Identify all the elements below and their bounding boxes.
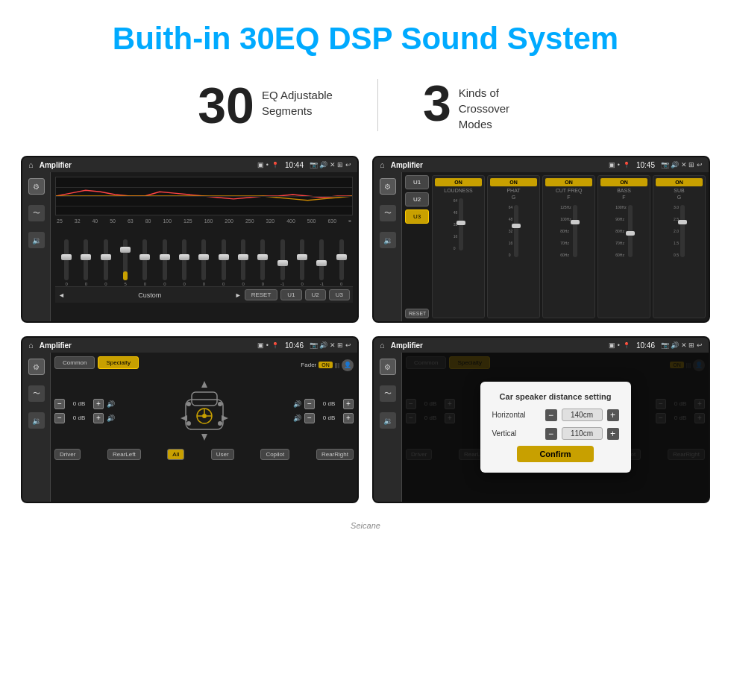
phat-label: PHAT: [506, 188, 520, 193]
volume-icon4[interactable]: 🔉: [380, 412, 396, 429]
u3-button[interactable]: U3: [329, 289, 350, 300]
wave-icon4[interactable]: 〜: [380, 385, 396, 402]
btn-driver[interactable]: Driver: [54, 449, 81, 460]
tab-specialty[interactable]: Specialty: [98, 356, 138, 369]
fader-on-btn[interactable]: ON: [319, 362, 333, 368]
loudness-on[interactable]: ON: [435, 178, 482, 186]
eq-icon3[interactable]: ⚙: [28, 359, 45, 375]
home-icon2[interactable]: ⌂: [380, 160, 385, 169]
phat-thumb[interactable]: [512, 224, 521, 228]
channel-cutfreq: ON CUT FREQ F 125Hz 100Hz 80Hz 70Hz 60Hz: [542, 175, 595, 318]
user-icon[interactable]: 👤: [342, 359, 354, 371]
horizontal-minus[interactable]: −: [545, 409, 557, 421]
slider-track-15[interactable]: [339, 239, 344, 280]
slider-thumb-14[interactable]: [316, 260, 327, 266]
slider-track-6[interactable]: [163, 239, 167, 280]
slider-track-3[interactable]: [104, 239, 108, 280]
cutfreq-slider[interactable]: [573, 205, 577, 257]
prev-icon[interactable]: ◄: [58, 291, 65, 299]
slider-track-13[interactable]: [300, 239, 304, 280]
loudness-slider[interactable]: [459, 198, 463, 250]
cutfreq-on[interactable]: ON: [545, 178, 592, 186]
slider-thumb-1[interactable]: [61, 254, 72, 260]
slider-thumb-10[interactable]: [238, 254, 248, 260]
slider-track-8[interactable]: [201, 239, 206, 280]
wave-icon2[interactable]: 〜: [380, 205, 396, 221]
slider-track-10[interactable]: [241, 239, 245, 280]
bass-thumb[interactable]: [626, 231, 635, 236]
wave-icon3[interactable]: 〜: [28, 385, 45, 402]
next-icon[interactable]: ►: [235, 291, 242, 299]
horizontal-plus[interactable]: +: [607, 409, 619, 421]
phat-slider[interactable]: [514, 205, 518, 257]
slider-track-4[interactable]: [123, 239, 128, 280]
slider-track-7[interactable]: [182, 239, 186, 280]
slider-thumb-6[interactable]: [160, 254, 170, 260]
volume-icon3[interactable]: 🔉: [28, 412, 45, 429]
db-minus-4[interactable]: −: [304, 413, 315, 423]
volume-icon[interactable]: 🔉: [28, 232, 45, 248]
slider-thumb-4[interactable]: [120, 247, 131, 253]
preset-u3[interactable]: U3: [405, 209, 429, 224]
slider-track-9[interactable]: [222, 239, 226, 280]
btn-rearleft[interactable]: RearLeft: [107, 449, 141, 460]
slider-thumb-9[interactable]: [219, 254, 229, 260]
dialog-overlay: Car speaker distance setting Horizontal …: [402, 353, 709, 502]
db-plus-4[interactable]: +: [343, 413, 354, 423]
bass-slider[interactable]: [628, 205, 633, 257]
slider-thumb-12[interactable]: [277, 260, 288, 266]
loudness-thumb[interactable]: [457, 221, 465, 225]
db-value-4: 0 dB: [318, 414, 340, 421]
sub-slider[interactable]: [680, 205, 685, 257]
btn-rearright[interactable]: RearRight: [316, 449, 354, 460]
slider-thumb-3[interactable]: [101, 254, 111, 260]
db-plus-3[interactable]: +: [343, 399, 354, 409]
confirm-button[interactable]: Confirm: [517, 446, 593, 462]
phat-on[interactable]: ON: [490, 178, 537, 186]
slider-track-5[interactable]: [142, 239, 147, 280]
slider-thumb-11[interactable]: [257, 254, 268, 260]
vertical-plus[interactable]: +: [607, 428, 619, 440]
slider-thumb-13[interactable]: [297, 254, 307, 260]
reset-btn[interactable]: RESET: [405, 309, 429, 318]
slider-thumb-2[interactable]: [81, 254, 91, 260]
eq-icon4[interactable]: ⚙: [380, 359, 396, 375]
slider-15: 0: [332, 239, 351, 286]
preset-u1[interactable]: U1: [405, 175, 429, 189]
reset-button[interactable]: RESET: [245, 289, 278, 300]
u2-button[interactable]: U2: [305, 289, 326, 300]
slider-track-11[interactable]: [260, 239, 265, 280]
slider-thumb-5[interactable]: [139, 254, 150, 260]
tab-common[interactable]: Common: [54, 356, 95, 369]
u1-button[interactable]: U1: [280, 289, 301, 300]
db-minus-3[interactable]: −: [304, 399, 315, 409]
slider-track-14[interactable]: [319, 239, 324, 280]
slider-track-2[interactable]: [84, 239, 88, 280]
bass-on[interactable]: ON: [600, 178, 647, 186]
db-minus-1[interactable]: −: [54, 399, 65, 409]
db-minus-2[interactable]: −: [54, 413, 65, 423]
btn-copilot[interactable]: Copilot: [260, 449, 289, 460]
db-plus-1[interactable]: +: [93, 399, 104, 409]
home-icon4[interactable]: ⌂: [380, 341, 385, 350]
sub-on[interactable]: ON: [656, 178, 703, 186]
slider-track-12[interactable]: [280, 239, 285, 280]
wave-icon[interactable]: 〜: [28, 205, 45, 221]
btn-user[interactable]: User: [211, 449, 234, 460]
home-icon[interactable]: ⌂: [28, 160, 34, 169]
preset-u2[interactable]: U2: [405, 192, 429, 206]
btn-all[interactable]: All: [167, 449, 184, 460]
grid-h3: [56, 206, 352, 206]
slider-thumb-8[interactable]: [198, 254, 209, 260]
db-plus-2[interactable]: +: [93, 413, 104, 423]
eq-icon[interactable]: ⚙: [28, 178, 45, 195]
cutfreq-thumb[interactable]: [571, 220, 580, 224]
slider-thumb-7[interactable]: [179, 254, 189, 260]
slider-thumb-15[interactable]: [336, 254, 347, 260]
eq-icon2[interactable]: ⚙: [380, 178, 396, 195]
slider-track-1[interactable]: [64, 239, 69, 280]
sub-thumb[interactable]: [678, 220, 687, 224]
vertical-minus[interactable]: −: [545, 428, 557, 440]
home-icon3[interactable]: ⌂: [28, 341, 34, 350]
volume-icon2[interactable]: 🔉: [380, 232, 396, 248]
